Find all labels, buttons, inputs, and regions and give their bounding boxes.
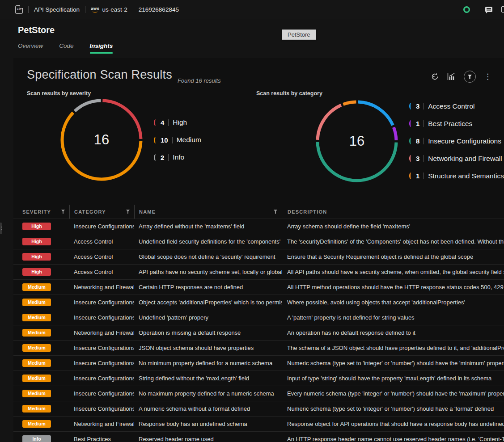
- legend-marker-icon: [409, 103, 413, 109]
- chart-view-button[interactable]: [447, 73, 456, 80]
- aws-logo-icon: aws: [91, 7, 99, 13]
- page-title: PetStore: [18, 25, 504, 35]
- column-header-description: DESCRIPTION: [282, 205, 504, 219]
- breadcrumb-app-title[interactable]: API Specification: [34, 6, 80, 13]
- legend-separator: [424, 103, 424, 109]
- chat-icon[interactable]: [485, 7, 492, 12]
- filter-funnel-icon[interactable]: [61, 210, 65, 214]
- table-row[interactable]: InfoBest PracticesReserved header name u…: [13, 431, 504, 442]
- cell-severity: High: [13, 223, 69, 230]
- tab-overview[interactable]: Overview: [18, 42, 43, 53]
- cell-name: No maximum property defined for a numeri…: [134, 390, 282, 397]
- severity-badge: Medium: [22, 405, 51, 413]
- table-row[interactable]: MediumInsecure ConfigurationsNo maximum …: [13, 386, 504, 401]
- cursor-tooltip: PetStore: [282, 29, 316, 40]
- scan-results-table: SEVERITYCATEGORYNAMEDESCRIPTION HighInse…: [13, 205, 504, 442]
- filter-results-button[interactable]: [464, 71, 476, 83]
- table-row[interactable]: HighAccess ControlAPI paths have no secu…: [13, 264, 504, 279]
- severity-badge: Medium: [22, 390, 51, 397]
- table-row[interactable]: MediumInsecure ConfigurationsObject acce…: [13, 295, 504, 310]
- cell-category: Networking and Firewall: [69, 421, 134, 427]
- legend-count: 10: [161, 136, 168, 144]
- table-row[interactable]: MediumNetworking and FirewallOperation i…: [13, 325, 504, 340]
- cell-category: Networking and Firewall: [69, 329, 134, 336]
- breadcrumb-separator: [28, 6, 29, 13]
- cell-description: Numeric schema (type set to 'integer' or…: [282, 405, 504, 412]
- severity-badge: Medium: [22, 283, 51, 291]
- cell-severity: Medium: [13, 283, 69, 291]
- status-ring-icon[interactable]: [463, 6, 470, 13]
- legend-item-info[interactable]: 2Info: [154, 149, 201, 166]
- api-document-icon: API: [15, 5, 23, 14]
- column-header-label: NAME: [139, 209, 156, 215]
- category-donut: 16: [314, 99, 399, 184]
- table-row[interactable]: MediumInsecure ConfigurationsJSON object…: [13, 340, 504, 355]
- severity-badge: Medium: [22, 344, 51, 352]
- cell-description: Numeric schema (type set to 'integer' or…: [282, 360, 504, 366]
- cell-severity: Medium: [13, 375, 69, 382]
- cell-severity: Medium: [13, 420, 69, 428]
- cell-name: API paths have no security scheme set, l…: [134, 269, 282, 275]
- legend-separator: [424, 155, 424, 162]
- severity-badge: High: [22, 253, 51, 261]
- cell-name: JSON object schema should have propertie…: [134, 345, 282, 351]
- severity-badge: High: [22, 268, 51, 276]
- legend-marker-icon: [154, 119, 157, 126]
- cell-category: Insecure Configurations: [69, 360, 134, 366]
- legend-item-insecure-configurations[interactable]: 8Insecure Configurations: [409, 132, 504, 150]
- cell-name: A numeric schema without a format define…: [134, 405, 282, 412]
- legend-item-networking-and-firewall[interactable]: 3Networking and Firewall: [409, 150, 504, 167]
- legend-item-access-control[interactable]: 3Access Control: [409, 97, 504, 115]
- cell-name: Object accepts 'additionalProperties' wh…: [134, 299, 282, 306]
- left-edge-handle[interactable]: [0, 223, 2, 234]
- table-row[interactable]: HighAccess ControlGlobal scope does not …: [13, 249, 504, 264]
- filter-funnel-icon[interactable]: [126, 210, 130, 214]
- cell-name: Array defined without the 'maxItems' fie…: [134, 223, 282, 230]
- table-row[interactable]: MediumInsecure ConfigurationsString defi…: [13, 370, 504, 386]
- column-header-label: CATEGORY: [74, 209, 106, 215]
- severity-badge: Medium: [22, 314, 51, 321]
- legend-count: 2: [161, 154, 164, 161]
- legend-label: Info: [173, 153, 184, 161]
- legend-item-best-practices[interactable]: 1Best Practices: [409, 115, 504, 132]
- cell-description: All HTTP method operations should have t…: [282, 284, 504, 290]
- cell-category: Access Control: [69, 269, 134, 275]
- table-row[interactable]: MediumInsecure ConfigurationsA numeric s…: [13, 401, 504, 416]
- cell-category: Insecure Configurations: [69, 299, 134, 306]
- legend-item-medium[interactable]: 10Medium: [154, 131, 201, 149]
- account-id-label: 216926862845: [139, 6, 179, 13]
- cell-severity: Medium: [13, 314, 69, 321]
- cell-name: Operation is missing a default response: [134, 329, 282, 336]
- legend-separator: [172, 137, 173, 143]
- cell-category: Access Control: [69, 253, 134, 260]
- funnel-icon: [468, 75, 472, 79]
- table-row[interactable]: HighInsecure ConfigurationsArray defined…: [13, 219, 504, 234]
- cell-severity: Medium: [13, 390, 69, 397]
- legend-count: 1: [416, 172, 419, 180]
- clipped-edge-icon: [501, 6, 504, 13]
- cell-severity: High: [13, 253, 69, 261]
- tab-code[interactable]: Code: [59, 42, 73, 53]
- legend-label: Access Control: [428, 102, 474, 110]
- tab-insights[interactable]: Insights: [90, 42, 113, 53]
- filter-funnel-icon[interactable]: [274, 210, 277, 214]
- cell-name: Certain HTTP responses are not defined: [134, 284, 282, 290]
- column-header-label: SEVERITY: [22, 209, 51, 215]
- table-row[interactable]: MediumInsecure ConfigurationsUndefined '…: [13, 310, 504, 325]
- charts-section: Scan results by severity 16 4High10Mediu…: [13, 87, 504, 202]
- tab-underline: [8, 53, 504, 54]
- legend-separator: [424, 173, 424, 179]
- kebab-menu-button[interactable]: ⋮: [484, 74, 491, 80]
- table-row[interactable]: MediumInsecure ConfigurationsNo minimum …: [13, 355, 504, 370]
- legend-item-high[interactable]: 4High: [154, 114, 201, 131]
- legend-item-structure-and-semantics[interactable]: 1Structure and Semantics: [409, 167, 504, 185]
- legend-count: 8: [416, 137, 419, 145]
- table-row[interactable]: MediumNetworking and FirewallCertain HTT…: [13, 279, 504, 295]
- refresh-button[interactable]: [431, 72, 439, 81]
- legend-marker-icon: [409, 120, 413, 127]
- chart-title: Scan results by severity: [27, 90, 244, 97]
- table-row[interactable]: MediumNetworking and FirewallResponse bo…: [13, 416, 504, 431]
- table-row[interactable]: HighAccess ControlUndefined field securi…: [13, 234, 504, 249]
- cell-description: Where possible, avoid using objects that…: [282, 299, 504, 306]
- cell-name: Undefined field security definitions for…: [134, 238, 282, 245]
